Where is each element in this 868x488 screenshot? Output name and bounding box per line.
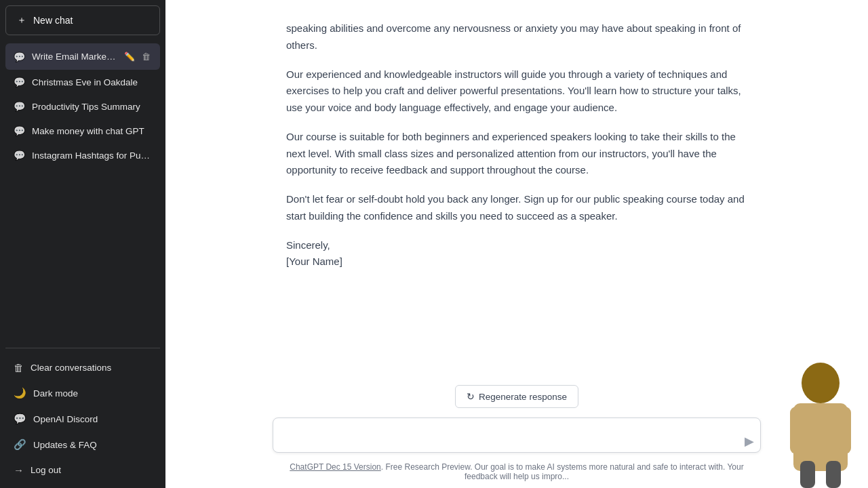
chat-icon: 💬	[14, 77, 25, 87]
chat-icon: 💬	[14, 125, 25, 136]
chat-item-label: Write Email Marketing	[32, 52, 116, 62]
discord-icon: 💬	[14, 413, 26, 425]
sidebar-bottom: 🗑 Clear conversations 🌙 Dark mode 💬 Open…	[0, 352, 165, 488]
chatgpt-version-link[interactable]: ChatGPT Dec 15 Version	[290, 462, 381, 472]
updates-faq-action[interactable]: 🔗 Updates & FAQ	[5, 432, 160, 458]
chat-icon: 💬	[14, 101, 25, 112]
chat-content: speaking abilities and overcome any nerv…	[165, 0, 868, 378]
chat-item-make-money[interactable]: 💬 Make money with chat GPT	[5, 119, 160, 143]
chat-item-productivity-tips[interactable]: 💬 Productivity Tips Summary	[5, 94, 160, 119]
paragraph-4: Don't let fear or self-doubt hold you ba…	[286, 191, 747, 225]
dark-mode-label: Dark mode	[33, 388, 78, 399]
paragraph-3: Our course is suitable for both beginner…	[286, 129, 747, 179]
trash-icon: 🗑	[14, 362, 24, 373]
plus-icon: ＋	[17, 14, 26, 26]
link-icon: 🔗	[14, 439, 26, 451]
discord-label: OpenAI Discord	[33, 414, 98, 424]
chat-icon: 💬	[14, 52, 25, 62]
regenerate-label: Regenerate response	[479, 392, 567, 402]
clear-conversations-label: Clear conversations	[31, 363, 111, 373]
regenerate-button[interactable]: ↻ Regenerate response	[455, 385, 578, 408]
message-block: speaking abilities and overcome any nerv…	[286, 20, 747, 270]
sidebar: ＋ New chat 💬 Write Email Marketing ✏️ 🗑 …	[0, 0, 165, 488]
chat-item-label: Instagram Hashtags for Public	[32, 150, 152, 161]
chat-item-label: Make money with chat GPT	[32, 126, 152, 136]
main-area: speaking abilities and overcome any nerv…	[165, 0, 868, 488]
new-chat-button[interactable]: ＋ New chat	[5, 5, 160, 35]
discord-action[interactable]: 💬 OpenAI Discord	[5, 406, 160, 432]
logout-action[interactable]: → Log out	[5, 458, 160, 483]
send-button[interactable]: ▶	[745, 434, 754, 449]
edit-chat-button[interactable]: ✏️	[123, 50, 136, 63]
chat-input[interactable]	[273, 418, 761, 453]
logout-label: Log out	[31, 465, 61, 475]
chat-bottom: ↻ Regenerate response ▶ ChatGPT Dec 15 V…	[165, 378, 868, 488]
input-area: ▶	[273, 418, 761, 455]
logout-icon: →	[14, 464, 24, 476]
chat-icon: 💬	[14, 150, 25, 161]
chat-item-christmas-eve[interactable]: 💬 Christmas Eve in Oakdale	[5, 70, 160, 94]
send-icon: ▶	[745, 434, 754, 449]
delete-chat-button[interactable]: 🗑	[140, 50, 152, 63]
new-chat-label: New chat	[33, 15, 73, 26]
chat-item-write-email[interactable]: 💬 Write Email Marketing ✏️ 🗑	[5, 43, 160, 70]
chat-item-actions: ✏️ 🗑	[123, 50, 152, 63]
regenerate-icon: ↻	[467, 391, 475, 402]
sidebar-divider	[5, 348, 160, 348]
chat-item-instagram[interactable]: 💬 Instagram Hashtags for Public	[5, 143, 160, 167]
paragraph-1: speaking abilities and overcome any nerv…	[286, 20, 747, 54]
dark-mode-action[interactable]: 🌙 Dark mode	[5, 380, 160, 406]
chat-list: 💬 Write Email Marketing ✏️ 🗑 💬 Christmas…	[0, 41, 165, 344]
updates-faq-label: Updates & FAQ	[33, 440, 97, 450]
footer-text: ChatGPT Dec 15 Version. Free Research Pr…	[273, 462, 761, 488]
paragraph-closing: Sincerely,[Your Name]	[286, 237, 747, 271]
footer-description: . Free Research Preview. Our goal is to …	[381, 462, 744, 481]
clear-conversations-action[interactable]: 🗑 Clear conversations	[5, 355, 160, 380]
chat-item-label: Productivity Tips Summary	[32, 102, 152, 112]
moon-icon: 🌙	[14, 387, 26, 399]
chat-item-label: Christmas Eve in Oakdale	[32, 77, 152, 87]
paragraph-2: Our experienced and knowledgeable instru…	[286, 66, 747, 117]
